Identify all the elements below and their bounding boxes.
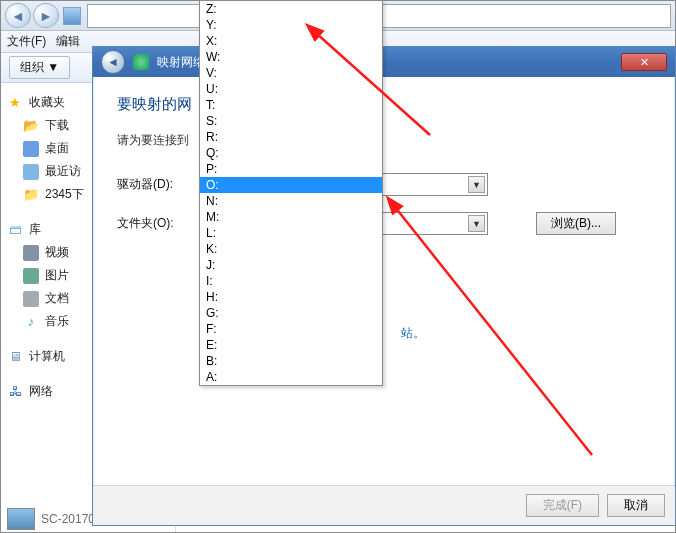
drive-option[interactable]: H:: [200, 289, 382, 305]
monitor-icon: [7, 508, 35, 530]
folder-row: 文件夹(O): ▼ 浏览(B)...: [117, 212, 651, 235]
video-icon: [23, 245, 39, 261]
favorites-label: 收藏夹: [29, 94, 65, 111]
link-partial[interactable]: 站。: [401, 326, 425, 340]
desktop-icon: [23, 141, 39, 157]
drive-option[interactable]: I:: [200, 273, 382, 289]
back-button[interactable]: ◄: [101, 50, 125, 74]
dialog-titlebar[interactable]: ◄ 映射网络驱动器 ✕: [93, 47, 675, 77]
library-icon: 🗃: [7, 222, 23, 238]
drive-option[interactable]: X:: [200, 33, 382, 49]
organize-button[interactable]: 组织 ▼: [9, 56, 70, 79]
dialog-body: 要映射的网 请为要连接到 驱动器(D): O: ▼ 文件夹(O): ▼ 浏览(B…: [93, 77, 675, 485]
chevron-down-icon[interactable]: ▼: [468, 176, 485, 193]
dialog-heading: 要映射的网: [117, 95, 651, 114]
cancel-button[interactable]: 取消: [607, 494, 665, 517]
sidebar-item-label: 音乐: [45, 313, 69, 330]
sidebar-item-label: 下载: [45, 117, 69, 134]
drive-option[interactable]: F:: [200, 321, 382, 337]
network-label: 网络: [29, 383, 53, 400]
star-icon: ★: [7, 95, 23, 111]
dialog-footer: 完成(F) 取消: [93, 485, 675, 525]
browse-button[interactable]: 浏览(B)...: [536, 212, 616, 235]
forward-button[interactable]: ►: [33, 3, 59, 28]
network-icon: 🖧: [7, 384, 23, 400]
drive-option[interactable]: G:: [200, 305, 382, 321]
drive-option[interactable]: M:: [200, 209, 382, 225]
sidebar-item-label: 视频: [45, 244, 69, 261]
folder-icon: 📂: [23, 118, 39, 134]
drive-option[interactable]: J:: [200, 257, 382, 273]
chevron-down-icon[interactable]: ▼: [468, 215, 485, 232]
finish-button[interactable]: 完成(F): [526, 494, 599, 517]
drive-option[interactable]: L:: [200, 225, 382, 241]
folder-label: 文件夹(O):: [117, 215, 195, 232]
drive-option[interactable]: A:: [200, 369, 382, 385]
drive-option[interactable]: Z:: [200, 1, 382, 17]
computer-label: 计算机: [29, 348, 65, 365]
drive-option[interactable]: E:: [200, 337, 382, 353]
libraries-label: 库: [29, 221, 41, 238]
map-drive-icon: [133, 54, 149, 70]
menu-file[interactable]: 文件(F): [7, 33, 46, 50]
music-icon: ♪: [23, 314, 39, 330]
breadcrumb-icon: [63, 7, 81, 25]
drive-label: 驱动器(D):: [117, 176, 195, 193]
drive-option[interactable]: O:: [200, 177, 382, 193]
folder-icon: 📁: [23, 187, 39, 203]
picture-icon: [23, 268, 39, 284]
close-button[interactable]: ✕: [621, 53, 667, 71]
sidebar-item-label: 桌面: [45, 140, 69, 157]
document-icon: [23, 291, 39, 307]
drive-option[interactable]: R:: [200, 129, 382, 145]
drive-row: 驱动器(D): O: ▼: [117, 173, 651, 196]
drive-dropdown-list[interactable]: Z:Y:X:W:V:U:T:S:R:Q:P:O:N:M:L:K:J:I:H:G:…: [199, 0, 383, 386]
drive-option[interactable]: N:: [200, 193, 382, 209]
drive-option[interactable]: V:: [200, 65, 382, 81]
sidebar-item-label: 文档: [45, 290, 69, 307]
drive-option[interactable]: K:: [200, 241, 382, 257]
drive-option[interactable]: S:: [200, 113, 382, 129]
recent-icon: [23, 164, 39, 180]
sidebar-item-label: 2345下: [45, 186, 84, 203]
drive-option[interactable]: T:: [200, 97, 382, 113]
drive-option[interactable]: P:: [200, 161, 382, 177]
sidebar-item-label: 图片: [45, 267, 69, 284]
dialog-subtext: 请为要连接到: [117, 132, 651, 149]
drive-option[interactable]: Q:: [200, 145, 382, 161]
back-button[interactable]: ◄: [5, 3, 31, 28]
sidebar-item-label: 最近访: [45, 163, 81, 180]
drive-option[interactable]: U:: [200, 81, 382, 97]
drive-option[interactable]: W:: [200, 49, 382, 65]
drive-option[interactable]: Y:: [200, 17, 382, 33]
menu-edit[interactable]: 编辑: [56, 33, 80, 50]
computer-icon: 🖥: [7, 349, 23, 365]
drive-option[interactable]: B:: [200, 353, 382, 369]
map-drive-dialog: ◄ 映射网络驱动器 ✕ 要映射的网 请为要连接到 驱动器(D): O: ▼ 文件…: [92, 46, 676, 526]
